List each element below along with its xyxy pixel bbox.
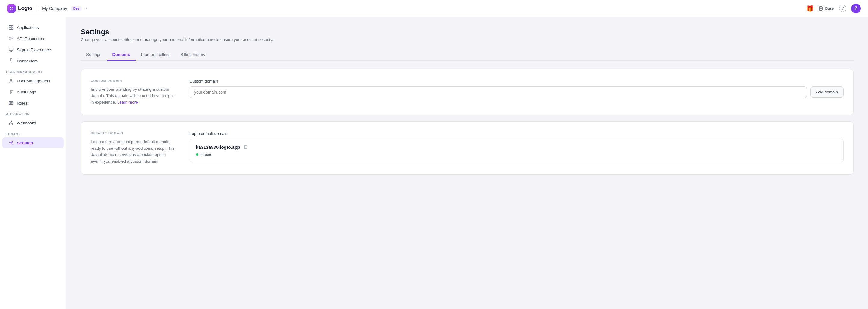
- custom-domain-card-right: Custom domain Add domain: [190, 79, 844, 106]
- avatar[interactable]: Й: [851, 4, 861, 13]
- sidebar-label-audit-logs: Audit Logs: [17, 90, 36, 94]
- sidebar-label-settings: Settings: [17, 141, 33, 145]
- docs-icon: [818, 6, 824, 11]
- tenant-name: My Company: [42, 6, 67, 11]
- help-icon[interactable]: ?: [839, 5, 846, 12]
- svg-point-12: [9, 37, 10, 38]
- sidebar-item-audit-logs[interactable]: Audit Logs: [2, 87, 64, 97]
- custom-domain-card-left: CUSTOM DOMAIN Improve your branding by u…: [91, 79, 175, 106]
- svg-point-14: [12, 38, 13, 39]
- logo-divider: [37, 5, 37, 12]
- svg-line-16: [10, 39, 12, 39]
- custom-domain-description: Improve your branding by utilizing a cus…: [91, 86, 175, 106]
- sidebar-label-user-management: User Management: [17, 79, 50, 83]
- svg-point-36: [10, 142, 12, 143]
- tab-billing-history[interactable]: Billing history: [175, 49, 211, 61]
- plug-icon: [8, 58, 14, 64]
- sidebar-label-connectors: Connectors: [17, 59, 38, 63]
- default-domain-card-right: Logto default domain ka313a530.logto.app: [190, 131, 844, 165]
- tab-plan-billing[interactable]: Plan and billing: [135, 49, 175, 61]
- svg-point-30: [10, 102, 11, 104]
- status-dot: [196, 153, 198, 156]
- topbar-right: 🎁 Docs ? Й: [806, 4, 861, 13]
- svg-rect-1: [12, 7, 13, 8]
- sidebar-label-webhooks: Webhooks: [17, 121, 36, 125]
- sidebar-item-roles[interactable]: Roles: [2, 98, 64, 108]
- sidebar-item-applications[interactable]: Applications: [2, 22, 64, 33]
- layout: Applications API Resources: [0, 17, 868, 309]
- gear-icon: [8, 140, 14, 145]
- add-domain-button[interactable]: Add domain: [810, 87, 844, 98]
- tab-settings[interactable]: Settings: [81, 49, 107, 61]
- webhook-icon: [8, 120, 14, 126]
- sidebar-label-api-resources: API Resources: [17, 36, 44, 41]
- svg-point-35: [9, 124, 10, 125]
- logo-brand: Logto: [18, 5, 32, 11]
- sidebar: Applications API Resources: [0, 17, 66, 309]
- svg-point-13: [9, 39, 10, 40]
- sidebar-item-api-resources[interactable]: API Resources: [2, 33, 64, 44]
- svg-rect-0: [10, 7, 11, 8]
- id-card-icon: [8, 100, 14, 106]
- sidebar-section-tenant: TENANT: [0, 129, 66, 137]
- sidebar-section-user-management: USER MANAGEMENT: [0, 67, 66, 75]
- main-content: Settings Change your account settings an…: [66, 17, 868, 309]
- svg-rect-17: [9, 48, 13, 51]
- sidebar-label-roles: Roles: [17, 101, 27, 105]
- learn-more-link[interactable]: Learn more: [117, 100, 138, 104]
- sidebar-section-automation: AUTOMATION: [0, 109, 66, 117]
- svg-line-15: [10, 38, 12, 38]
- dev-badge: Dev: [71, 6, 82, 11]
- sidebar-item-user-management[interactable]: User Management: [2, 75, 64, 86]
- user-icon: [8, 78, 14, 83]
- logo-icon: [7, 4, 16, 13]
- default-domain-section-label: DEFAULT DOMAIN: [91, 131, 175, 135]
- default-domain-box: ka313a530.logto.app In use: [190, 139, 844, 162]
- gift-icon[interactable]: 🎁: [806, 5, 814, 12]
- copy-icon[interactable]: [243, 145, 248, 149]
- settings-tabs: Settings Domains Plan and billing Billin…: [81, 49, 854, 61]
- list-icon: [8, 89, 14, 95]
- domain-value-row: ka313a530.logto.app: [196, 144, 837, 150]
- docs-link[interactable]: Docs: [818, 6, 834, 11]
- default-domain-card: DEFAULT DOMAIN Logto offers a preconfigu…: [81, 122, 854, 174]
- svg-point-24: [10, 79, 12, 81]
- sidebar-item-webhooks[interactable]: Webhooks: [2, 117, 64, 128]
- topbar: Logto My Company Dev ▾ 🎁 Docs ? Й: [0, 0, 868, 17]
- custom-domain-input-row: Add domain: [190, 87, 844, 98]
- custom-domain-field-label: Custom domain: [190, 79, 844, 83]
- svg-rect-11: [11, 28, 13, 30]
- tenant-chevron-icon[interactable]: ▾: [85, 6, 87, 10]
- domain-value-text: ka313a530.logto.app: [196, 144, 240, 150]
- sidebar-item-connectors[interactable]: Connectors: [2, 56, 64, 66]
- svg-rect-9: [11, 26, 13, 27]
- sidebar-item-sign-in-experience[interactable]: Sign-in Experience: [2, 44, 64, 55]
- monitor-icon: [8, 47, 14, 53]
- svg-rect-20: [10, 59, 12, 61]
- logo[interactable]: Logto: [7, 4, 32, 13]
- default-domain-field-label: Logto default domain: [190, 131, 844, 136]
- status-row: In use: [196, 152, 837, 157]
- sidebar-item-settings[interactable]: Settings: [2, 137, 64, 148]
- svg-rect-8: [9, 26, 11, 27]
- svg-rect-37: [244, 146, 247, 149]
- page-subtitle: Change your account settings and manage …: [81, 37, 854, 42]
- docs-label: Docs: [825, 6, 834, 11]
- sidebar-label-sign-in-experience: Sign-in Experience: [17, 47, 51, 52]
- custom-domain-card: CUSTOM DOMAIN Improve your branding by u…: [81, 69, 854, 116]
- custom-domain-input[interactable]: [190, 87, 807, 98]
- svg-rect-10: [9, 28, 11, 30]
- tab-domains[interactable]: Domains: [107, 49, 135, 61]
- default-domain-description: Logto offers a preconfigured default dom…: [91, 139, 175, 165]
- applications-icon: [8, 25, 14, 30]
- svg-rect-3: [12, 9, 13, 10]
- status-label: In use: [200, 152, 211, 157]
- svg-point-34: [12, 124, 13, 125]
- page-title: Settings: [81, 28, 854, 36]
- custom-domain-section-label: CUSTOM DOMAIN: [91, 79, 175, 82]
- svg-rect-2: [10, 9, 11, 10]
- sidebar-label-applications: Applications: [17, 25, 39, 30]
- api-resources-icon: [8, 36, 14, 41]
- topbar-left: Logto My Company Dev ▾: [7, 4, 87, 13]
- default-domain-card-left: DEFAULT DOMAIN Logto offers a preconfigu…: [91, 131, 175, 165]
